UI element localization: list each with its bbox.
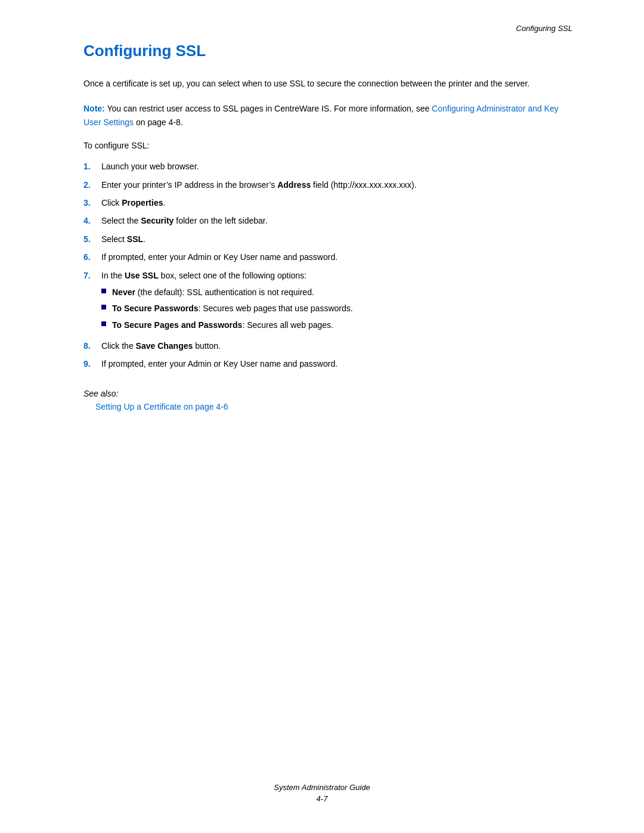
note-text: You can restrict user access to SSL page… (107, 104, 432, 113)
sub-list: Never (the default): SSL authentication … (83, 286, 353, 335)
step-8-number: 8. (83, 339, 101, 352)
step-9-number: 9. (83, 357, 101, 370)
step-7-number: 7. (83, 269, 101, 282)
step-1: 1. Launch your web browser. (83, 160, 572, 173)
bullet-icon-1 (101, 289, 106, 293)
step-9: 9. If prompted, enter your Admin or Key … (83, 357, 572, 370)
step-8-content: Click the Save Changes button. (101, 339, 572, 352)
footer-text: System Administrator Guide (0, 783, 644, 792)
step-1-number: 1. (83, 160, 101, 173)
step-2-number: 2. (83, 178, 101, 191)
sub-item-3: To Secure Pages and Passwords: Secures a… (101, 318, 353, 332)
step-1-content: Launch your web browser. (101, 160, 572, 173)
step-3-number: 3. (83, 196, 101, 209)
step-9-content: If prompted, enter your Admin or Key Use… (101, 357, 572, 370)
bullet-icon-2 (101, 305, 106, 309)
step-3-content: Click Properties. (101, 196, 572, 209)
note-link-suffix: on page 4-8. (136, 117, 183, 127)
step-5: 5. Select SSL. (83, 233, 572, 246)
sub-item-2-text: To Secure Passwords: Secures web pages t… (112, 302, 353, 315)
page-container: Configuring SSL Configuring SSL Once a c… (0, 0, 644, 833)
footer: System Administrator Guide 4-7 (0, 783, 644, 803)
sub-item-2: To Secure Passwords: Secures web pages t… (101, 302, 353, 315)
note-block: Note: You can restrict user access to SS… (83, 102, 572, 129)
step-5-content: Select SSL. (101, 233, 572, 246)
step-2: 2. Enter your printer’s IP address in th… (83, 178, 572, 191)
step-4-content: Select the Security folder on the left s… (101, 214, 572, 227)
step-6-content: If prompted, enter your Admin or Key Use… (101, 250, 572, 264)
intro-text: Once a certificate is set up, you can se… (83, 77, 572, 90)
step-4: 4. Select the Security folder on the lef… (83, 214, 572, 227)
see-also: See also: Setting Up a Certificate on pa… (83, 389, 572, 411)
configure-intro: To configure SSL: (83, 141, 572, 150)
sub-item-1: Never (the default): SSL authentication … (101, 286, 353, 299)
header-right-text: Configuring SSL (516, 24, 572, 33)
page-title: Configuring SSL (83, 42, 572, 60)
see-also-label: See also: (83, 389, 572, 398)
step-7-content: In the Use SSL box, select one of the fo… (101, 269, 306, 282)
bullet-icon-3 (101, 321, 106, 326)
footer-page: 4-7 (0, 794, 644, 803)
step-5-number: 5. (83, 233, 101, 246)
sub-item-3-text: To Secure Pages and Passwords: Secures a… (112, 318, 353, 332)
see-also-link-suffix: on page 4-6 (181, 402, 228, 411)
step-8: 8. Click the Save Changes button. (83, 339, 572, 352)
see-also-link-text: Setting Up a Certificate (95, 402, 181, 411)
step-3: 3. Click Properties. (83, 196, 572, 209)
step-7: 7. In the Use SSL box, select one of the… (83, 269, 572, 335)
step-2-content: Enter your printer’s IP address in the b… (101, 178, 572, 191)
step-6-number: 6. (83, 250, 101, 264)
see-also-link[interactable]: Setting Up a Certificate on page 4-6 (83, 402, 572, 411)
step-4-number: 4. (83, 214, 101, 227)
note-label: Note: (83, 104, 105, 113)
sub-item-1-text: Never (the default): SSL authentication … (112, 286, 353, 299)
step-6: 6. If prompted, enter your Admin or Key … (83, 250, 572, 264)
header-right: Configuring SSL (516, 24, 572, 33)
steps-list: 1. Launch your web browser. 2. Enter you… (83, 160, 572, 371)
